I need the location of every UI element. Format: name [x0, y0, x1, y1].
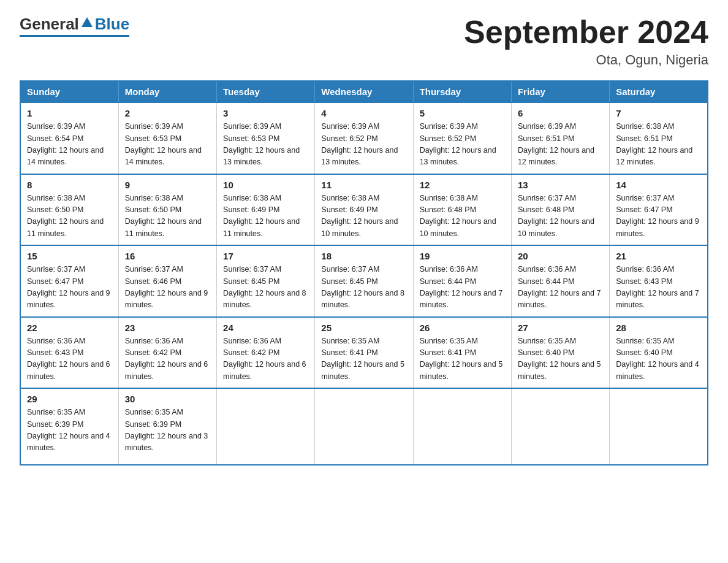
calendar-cell: 14 Sunrise: 6:37 AM Sunset: 6:47 PM Dayl…	[610, 174, 708, 246]
day-info: Sunrise: 6:39 AM Sunset: 6:53 PM Dayligh…	[223, 121, 308, 169]
calendar-cell: 28 Sunrise: 6:35 AM Sunset: 6:40 PM Dayl…	[610, 317, 708, 389]
calendar-cell: 23 Sunrise: 6:36 AM Sunset: 6:42 PM Dayl…	[118, 317, 216, 389]
logo-blue-text: Blue	[95, 15, 129, 34]
day-info: Sunrise: 6:37 AM Sunset: 6:48 PM Dayligh…	[518, 193, 603, 240]
day-info: Sunrise: 6:38 AM Sunset: 6:48 PM Dayligh…	[420, 193, 505, 240]
calendar-cell: 10 Sunrise: 6:38 AM Sunset: 6:49 PM Dayl…	[217, 174, 315, 246]
calendar-cell: 22 Sunrise: 6:36 AM Sunset: 6:43 PM Dayl…	[20, 317, 118, 389]
calendar-cell: 2 Sunrise: 6:39 AM Sunset: 6:53 PM Dayli…	[118, 102, 216, 174]
col-wednesday: Wednesday	[315, 81, 413, 102]
calendar-cell: 5 Sunrise: 6:39 AM Sunset: 6:52 PM Dayli…	[413, 102, 511, 174]
calendar-cell: 7 Sunrise: 6:38 AM Sunset: 6:51 PM Dayli…	[610, 102, 708, 174]
logo-underline	[20, 35, 129, 37]
calendar-cell	[217, 388, 315, 465]
week-row-2: 8 Sunrise: 6:38 AM Sunset: 6:50 PM Dayli…	[20, 174, 708, 246]
day-number: 30	[125, 394, 210, 404]
calendar-cell: 21 Sunrise: 6:36 AM Sunset: 6:43 PM Dayl…	[610, 245, 708, 317]
logo-general-text: General	[20, 15, 79, 34]
calendar-cell: 20 Sunrise: 6:36 AM Sunset: 6:44 PM Dayl…	[511, 245, 609, 317]
calendar-cell: 16 Sunrise: 6:37 AM Sunset: 6:46 PM Dayl…	[118, 245, 216, 317]
day-number: 18	[321, 251, 406, 261]
calendar-table: Sunday Monday Tuesday Wednesday Thursday…	[20, 80, 708, 465]
week-row-3: 15 Sunrise: 6:37 AM Sunset: 6:47 PM Dayl…	[20, 245, 708, 317]
calendar-cell: 15 Sunrise: 6:37 AM Sunset: 6:47 PM Dayl…	[20, 245, 118, 317]
day-number: 15	[27, 251, 112, 261]
calendar-cell: 6 Sunrise: 6:39 AM Sunset: 6:51 PM Dayli…	[511, 102, 609, 174]
day-number: 20	[518, 251, 603, 261]
calendar-cell: 24 Sunrise: 6:36 AM Sunset: 6:42 PM Dayl…	[217, 317, 315, 389]
calendar-cell: 11 Sunrise: 6:38 AM Sunset: 6:49 PM Dayl…	[315, 174, 413, 246]
day-info: Sunrise: 6:35 AM Sunset: 6:39 PM Dayligh…	[27, 407, 112, 454]
day-info: Sunrise: 6:35 AM Sunset: 6:39 PM Dayligh…	[125, 407, 210, 454]
logo: General Blue	[20, 15, 129, 37]
day-info: Sunrise: 6:36 AM Sunset: 6:42 PM Dayligh…	[223, 335, 308, 383]
day-number: 5	[420, 108, 505, 118]
day-info: Sunrise: 6:35 AM Sunset: 6:41 PM Dayligh…	[321, 335, 406, 383]
day-info: Sunrise: 6:38 AM Sunset: 6:49 PM Dayligh…	[223, 193, 308, 240]
calendar-cell: 3 Sunrise: 6:39 AM Sunset: 6:53 PM Dayli…	[217, 102, 315, 174]
day-info: Sunrise: 6:36 AM Sunset: 6:42 PM Dayligh…	[125, 335, 210, 383]
day-number: 21	[616, 251, 701, 261]
day-info: Sunrise: 6:37 AM Sunset: 6:47 PM Dayligh…	[27, 264, 112, 312]
calendar-header: Sunday Monday Tuesday Wednesday Thursday…	[20, 81, 708, 102]
day-number: 10	[223, 180, 308, 190]
day-info: Sunrise: 6:38 AM Sunset: 6:51 PM Dayligh…	[616, 121, 701, 169]
main-title: September 2024	[464, 15, 708, 50]
day-number: 6	[518, 108, 603, 118]
day-number: 14	[616, 180, 701, 190]
col-friday: Friday	[511, 81, 609, 102]
calendar-cell	[413, 388, 511, 465]
day-info: Sunrise: 6:38 AM Sunset: 6:50 PM Dayligh…	[27, 193, 112, 240]
day-number: 16	[125, 251, 210, 261]
calendar-cell	[315, 388, 413, 465]
day-number: 2	[125, 108, 210, 118]
day-info: Sunrise: 6:39 AM Sunset: 6:54 PM Dayligh…	[27, 121, 112, 169]
col-sunday: Sunday	[20, 81, 118, 102]
week-row-4: 22 Sunrise: 6:36 AM Sunset: 6:43 PM Dayl…	[20, 317, 708, 389]
calendar-cell: 12 Sunrise: 6:38 AM Sunset: 6:48 PM Dayl…	[413, 174, 511, 246]
day-info: Sunrise: 6:36 AM Sunset: 6:44 PM Dayligh…	[518, 264, 603, 312]
day-number: 3	[223, 108, 308, 118]
day-number: 22	[27, 323, 112, 333]
page-header: General Blue September 2024 Ota, Ogun, N…	[20, 15, 708, 68]
calendar-cell	[610, 388, 708, 465]
day-number: 13	[518, 180, 603, 190]
week-row-5: 29 Sunrise: 6:35 AM Sunset: 6:39 PM Dayl…	[20, 388, 708, 465]
day-info: Sunrise: 6:36 AM Sunset: 6:44 PM Dayligh…	[420, 264, 505, 312]
calendar-cell: 25 Sunrise: 6:35 AM Sunset: 6:41 PM Dayl…	[315, 317, 413, 389]
calendar-cell: 29 Sunrise: 6:35 AM Sunset: 6:39 PM Dayl…	[20, 388, 118, 465]
day-number: 7	[616, 108, 701, 118]
day-info: Sunrise: 6:39 AM Sunset: 6:52 PM Dayligh…	[420, 121, 505, 169]
calendar-cell: 30 Sunrise: 6:35 AM Sunset: 6:39 PM Dayl…	[118, 388, 216, 465]
day-info: Sunrise: 6:38 AM Sunset: 6:50 PM Dayligh…	[125, 193, 210, 240]
week-row-1: 1 Sunrise: 6:39 AM Sunset: 6:54 PM Dayli…	[20, 102, 708, 174]
day-number: 17	[223, 251, 308, 261]
day-info: Sunrise: 6:36 AM Sunset: 6:43 PM Dayligh…	[616, 264, 701, 312]
calendar-cell: 17 Sunrise: 6:37 AM Sunset: 6:45 PM Dayl…	[217, 245, 315, 317]
logo-triangle-icon	[80, 15, 94, 34]
col-tuesday: Tuesday	[217, 81, 315, 102]
day-info: Sunrise: 6:37 AM Sunset: 6:45 PM Dayligh…	[223, 264, 308, 312]
calendar-cell: 1 Sunrise: 6:39 AM Sunset: 6:54 PM Dayli…	[20, 102, 118, 174]
calendar-cell: 18 Sunrise: 6:37 AM Sunset: 6:45 PM Dayl…	[315, 245, 413, 317]
day-info: Sunrise: 6:38 AM Sunset: 6:49 PM Dayligh…	[321, 193, 406, 240]
calendar-cell: 4 Sunrise: 6:39 AM Sunset: 6:52 PM Dayli…	[315, 102, 413, 174]
day-info: Sunrise: 6:36 AM Sunset: 6:43 PM Dayligh…	[27, 335, 112, 383]
col-monday: Monday	[118, 81, 216, 102]
day-number: 26	[420, 323, 505, 333]
day-info: Sunrise: 6:37 AM Sunset: 6:45 PM Dayligh…	[321, 264, 406, 312]
subtitle: Ota, Ogun, Nigeria	[464, 52, 708, 68]
day-number: 24	[223, 323, 308, 333]
header-row: Sunday Monday Tuesday Wednesday Thursday…	[20, 81, 708, 102]
title-block: September 2024 Ota, Ogun, Nigeria	[464, 15, 708, 68]
day-number: 28	[616, 323, 701, 333]
col-saturday: Saturday	[610, 81, 708, 102]
day-info: Sunrise: 6:39 AM Sunset: 6:53 PM Dayligh…	[125, 121, 210, 169]
col-thursday: Thursday	[413, 81, 511, 102]
day-number: 8	[27, 180, 112, 190]
calendar-cell: 26 Sunrise: 6:35 AM Sunset: 6:41 PM Dayl…	[413, 317, 511, 389]
calendar-cell: 13 Sunrise: 6:37 AM Sunset: 6:48 PM Dayl…	[511, 174, 609, 246]
day-number: 23	[125, 323, 210, 333]
day-number: 29	[27, 394, 112, 404]
calendar-cell: 19 Sunrise: 6:36 AM Sunset: 6:44 PM Dayl…	[413, 245, 511, 317]
